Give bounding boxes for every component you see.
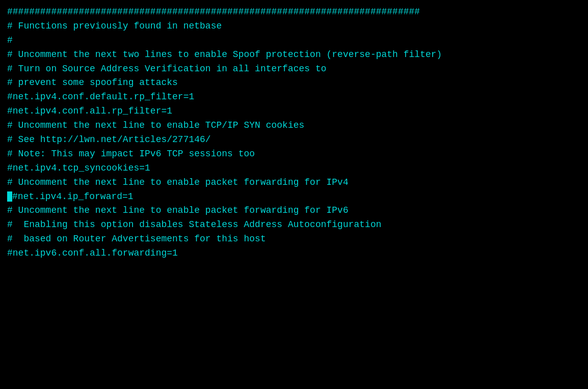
- terminal-line: #net.ipv4.conf.default.rp_filter=1: [7, 90, 581, 104]
- terminal-line: #net.ipv4.tcp_syncookies=1: [7, 161, 581, 176]
- terminal-line: # Functions previously found in netbase: [7, 19, 581, 34]
- terminal-line: # prevent some spoofing attacks: [7, 76, 581, 90]
- terminal-line: # Note: This may impact IPv6 TCP session…: [7, 147, 581, 161]
- terminal-line: #net.ipv6.conf.all.forwarding=1: [7, 246, 581, 261]
- terminal-line: # Uncomment the next two lines to enable…: [7, 48, 581, 62]
- terminal-line: # Uncomment the next line to enable pack…: [7, 204, 581, 218]
- terminal-line: #: [7, 34, 581, 48]
- terminal-line: # Turn on Source Address Verification in…: [7, 62, 581, 76]
- terminal-line: ########################################…: [7, 5, 581, 19]
- terminal-line: # Uncomment the next line to enable TCP/…: [7, 119, 581, 133]
- line-text-after-cursor: #net.ipv4.ip_forward=1: [12, 191, 133, 202]
- terminal-line: #net.ipv4.conf.all.rp_filter=1: [7, 104, 581, 119]
- terminal-output: ########################################…: [0, 0, 588, 389]
- terminal-line: #net.ipv4.ip_forward=1: [7, 190, 581, 204]
- terminal-line: # Enabling this option disables Stateles…: [7, 218, 581, 232]
- cursor: [7, 191, 12, 202]
- terminal-line: # based on Router Advertisements for thi…: [7, 232, 581, 246]
- terminal-line: # Uncomment the next line to enable pack…: [7, 176, 581, 190]
- terminal-line: # See http://lwn.net/Articles/277146/: [7, 133, 581, 147]
